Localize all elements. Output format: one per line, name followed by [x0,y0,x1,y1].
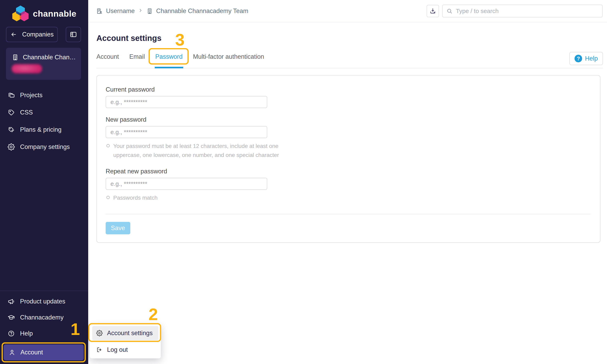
circle-outline-icon [106,143,110,148]
arrow-left-icon [10,31,17,38]
circle-outline-icon [106,195,110,200]
field-label: New password [106,116,590,123]
tab-email[interactable]: Email [129,53,145,60]
topbar: Username Channable Channacademy Team [88,0,607,23]
menu-item-account-settings[interactable]: Account settings [92,326,158,340]
sidebar-item-label: Help [20,330,33,337]
sidebar-footer: Product updates Channacademy Help [0,291,88,364]
content: Account settings Account Email Password … [88,23,607,243]
breadcrumb-separator [138,7,143,15]
companies-back-button[interactable]: Companies [6,27,58,42]
download-button[interactable] [426,5,439,17]
sidebar-item-company-settings[interactable]: Company settings [0,138,88,156]
sidebar-item-channacademy[interactable]: Channacademy [0,310,88,325]
building-person-icon [96,8,103,14]
tags-icon [8,126,15,133]
download-icon [429,8,436,14]
company-card[interactable]: Channable Chann... [6,48,81,80]
search-input[interactable] [455,7,599,15]
account-popup-menu: Account settings Log out [90,324,161,358]
sidebar-item-label: CSS [20,109,33,116]
field-current-password: Current password [106,86,590,108]
panel-left-icon [70,31,77,38]
question-circle-filled-icon: ? [575,55,582,62]
menu-item-label: Log out [107,346,128,353]
current-password-input[interactable] [106,96,267,108]
passwords-match-text: Passwords match [113,194,157,202]
brand-logo[interactable]: channable [0,0,88,25]
graduation-cap-icon [8,314,15,321]
breadcrumb-username[interactable]: Username [106,7,135,15]
step-1-highlight-ring: Account [2,342,86,362]
app-root: channable Companies [0,0,607,364]
card-footer: Save [97,214,600,242]
tabs: Account Email Password Multi-factor auth… [96,53,264,68]
passwords-match-hint: Passwords match [106,194,302,202]
sidebar-controls: Companies [0,25,88,42]
search-icon [446,8,453,14]
field-new-password: New password Your password must be at le… [106,116,590,160]
person-icon [8,349,16,356]
sidebar-item-plans-pricing[interactable]: Plans & pricing [0,121,88,138]
sidebar-item-help[interactable]: Help [0,325,88,341]
tab-password[interactable]: Password [155,53,183,60]
help-button-label: Help [585,55,598,62]
breadcrumb: Username Channable Channacademy Team [96,7,248,15]
company-card-header: Channable Chann... [6,48,81,61]
megaphone-icon [8,298,15,305]
company-id-badge-redacted [12,64,42,73]
brand-name: channable [33,9,76,19]
new-password-input[interactable] [106,126,267,138]
companies-label: Companies [22,31,54,38]
sidebar-item-product-updates[interactable]: Product updates [0,293,88,310]
chevron-right-icon [138,8,143,13]
sidebar-item-account[interactable]: Account [4,344,84,360]
field-label: Repeat new password [106,168,590,175]
password-requirements-hint: Your password must be at least 12 charac… [106,142,302,160]
tag-icon [8,109,15,116]
help-button[interactable]: ? Help [569,52,603,65]
main-area: Username Channable Channacademy Team [88,0,607,364]
question-circle-icon [8,330,15,337]
breadcrumb-team[interactable]: Channable Channacademy Team [156,7,248,15]
gear-icon [96,330,103,336]
folders-icon [8,91,15,99]
sidebar-item-projects[interactable]: Projects [0,87,88,104]
building-icon [146,8,153,14]
tabs-row: Account Email Password Multi-factor auth… [96,53,603,68]
sidebar: channable Companies [0,0,88,364]
sidebar-item-label: Account [20,349,43,356]
page-title: Account settings [96,34,603,43]
tab-password-label: Password [155,53,183,60]
channable-logo-icon [12,5,29,23]
sidebar-collapse-button[interactable] [66,27,81,42]
sidebar-item-label: Product updates [20,298,65,305]
building-icon [12,54,19,61]
menu-item-log-out[interactable]: Log out [92,344,158,356]
logout-icon [96,347,103,353]
sidebar-nav: Projects CSS Plans & pricing [0,87,88,156]
menu-item-label: Account settings [107,329,153,337]
sidebar-item-label: Channacademy [20,314,64,321]
password-requirements-text: Your password must be at least 12 charac… [113,142,302,160]
company-name: Channable Chann... [23,54,78,61]
repeat-password-input[interactable] [106,178,267,190]
tab-mfa[interactable]: Multi-factor authentication [193,53,264,60]
sidebar-item-css[interactable]: CSS [0,104,88,121]
password-form-card: Current password New password Your passw… [96,75,600,243]
sidebar-item-label: Plans & pricing [20,126,62,133]
password-form: Current password New password Your passw… [97,76,600,214]
tab-account[interactable]: Account [96,53,119,60]
gear-icon [8,143,15,151]
sidebar-item-label: Company settings [20,143,70,151]
field-repeat-password: Repeat new password Passwords match [106,168,590,202]
field-label: Current password [106,86,590,93]
global-search [442,5,603,17]
sidebar-item-label: Projects [20,91,42,99]
save-button[interactable]: Save [106,222,130,234]
